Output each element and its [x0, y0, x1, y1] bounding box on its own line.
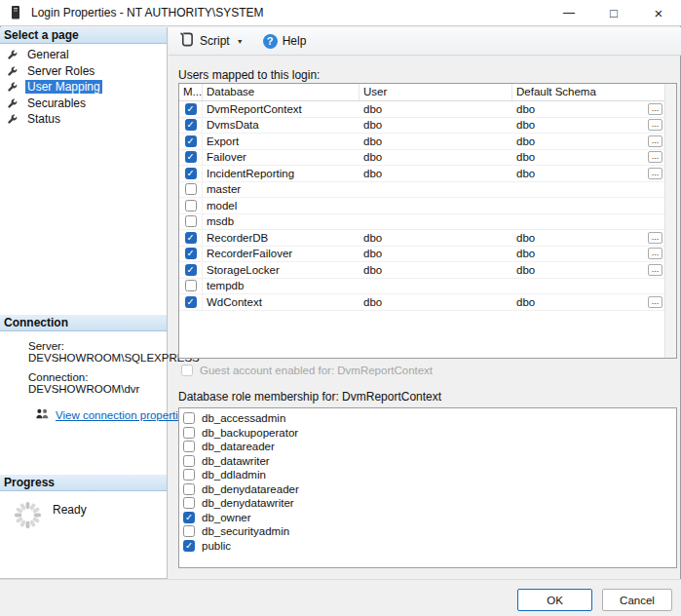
close-button[interactable]: ×: [636, 0, 681, 25]
schema-browse-button[interactable]: ...: [648, 232, 662, 244]
map-checkbox[interactable]: ✓: [185, 264, 197, 276]
database-cell: RecorderDB: [203, 230, 359, 246]
role-item-db_datawriter[interactable]: db_datawriter: [179, 454, 676, 469]
map-checkbox[interactable]: [185, 280, 197, 291]
connection-label: Connection:: [28, 371, 165, 383]
user-cell: [359, 198, 512, 213]
table-row[interactable]: ✓Exportdbodbo...: [179, 134, 676, 150]
schema-browse-button[interactable]: ...: [648, 135, 662, 147]
role-checkbox[interactable]: ✓: [183, 540, 195, 552]
map-checkbox[interactable]: ✓: [185, 232, 197, 244]
map-cell: ✓: [179, 294, 203, 310]
role-item-public[interactable]: ✓public: [179, 539, 676, 554]
role-checkbox[interactable]: ✓: [183, 512, 195, 523]
map-checkbox[interactable]: ✓: [185, 135, 197, 147]
role-membership-label: Database role membership for: DvmReportC…: [178, 390, 441, 404]
role-item-db_denydatawriter[interactable]: db_denydatawriter: [179, 496, 676, 511]
role-checkbox[interactable]: [183, 497, 195, 509]
table-row[interactable]: ✓DvmReportContextdbodbo...: [179, 101, 676, 118]
schema-browse-button[interactable]: ...: [648, 103, 662, 115]
table-row[interactable]: ✓RecorderFailoverdbodbo...: [179, 247, 676, 263]
map-checkbox[interactable]: [185, 200, 197, 212]
table-vertical-scrollbar[interactable]: [664, 84, 676, 358]
sidebar-item-user-mapping[interactable]: User Mapping: [0, 79, 167, 96]
schema-browse-button[interactable]: ...: [648, 264, 662, 276]
role-checkbox[interactable]: [183, 483, 195, 495]
window-title: Login Properties - NT AUTHORITY\SYSTEM: [31, 6, 264, 19]
left-panel: Select a page GeneralServer RolesUser Ma…: [0, 27, 168, 579]
database-cell: Failover: [203, 150, 359, 166]
role-name-label: db_owner: [202, 512, 251, 523]
role-checkbox[interactable]: [183, 469, 195, 481]
role-checkbox[interactable]: [183, 427, 195, 439]
schema-browse-button[interactable]: ...: [648, 119, 662, 131]
connection-people-icon: [35, 407, 49, 422]
server-label: Server:: [28, 340, 165, 352]
maximize-button[interactable]: □: [591, 0, 636, 25]
map-checkbox[interactable]: [185, 183, 197, 195]
wrench-icon: [7, 65, 19, 77]
role-item-db_denydatareader[interactable]: db_denydatareader: [179, 482, 676, 497]
default-schema-cell: dbo...: [512, 101, 676, 117]
role-name-label: db_denydatareader: [202, 483, 299, 495]
table-row[interactable]: ✓Failoverdbodbo...: [179, 150, 676, 167]
map-cell: ✓: [179, 101, 203, 117]
table-row[interactable]: model: [179, 198, 676, 214]
column-header: User: [359, 84, 512, 100]
sidebar-item-status[interactable]: Status: [0, 111, 167, 128]
table-row[interactable]: msdb: [179, 214, 676, 231]
role-checkbox[interactable]: [183, 525, 195, 537]
map-checkbox[interactable]: ✓: [185, 248, 197, 259]
role-checkbox[interactable]: [183, 455, 195, 467]
progress-header: Progress: [0, 475, 167, 491]
map-checkbox[interactable]: ✓: [185, 168, 197, 179]
script-button[interactable]: Script ▼: [175, 29, 247, 53]
schema-browse-button[interactable]: ...: [648, 296, 662, 308]
ok-button[interactable]: OK: [517, 589, 592, 611]
default-schema-cell: dbo...: [512, 150, 676, 166]
view-connection-properties-link[interactable]: View connection properties: [56, 409, 190, 421]
map-checkbox[interactable]: ✓: [185, 119, 197, 131]
default-schema-cell: dbo...: [512, 118, 676, 134]
table-row[interactable]: ✓StorageLockerdbodbo...: [179, 262, 676, 279]
database-cell: model: [203, 198, 359, 213]
table-row[interactable]: ✓IncidentReportingdbodbo...: [179, 166, 676, 182]
table-row[interactable]: ✓RecorderDBdbodbo...: [179, 230, 676, 247]
minimize-button[interactable]: —: [547, 0, 591, 25]
table-row[interactable]: tempdb: [179, 279, 676, 295]
sidebar-item-server-roles[interactable]: Server Roles: [0, 63, 167, 80]
role-item-db_backupoperator[interactable]: db_backupoperator: [179, 426, 676, 441]
script-button-label: Script: [200, 34, 230, 48]
role-checkbox[interactable]: [183, 412, 195, 424]
sidebar-item-general[interactable]: General: [0, 47, 167, 63]
role-item-db_owner[interactable]: ✓db_owner: [179, 511, 676, 525]
sidebar-item-securables[interactable]: Securables: [0, 96, 167, 112]
progress-spinner-icon: [13, 500, 43, 534]
table-row[interactable]: ✓DvmsDatadbodbo...: [179, 118, 676, 135]
database-cell: msdb: [203, 214, 359, 230]
map-checkbox[interactable]: ✓: [185, 151, 197, 163]
schema-browse-button[interactable]: ...: [648, 151, 662, 163]
database-cell: StorageLocker: [203, 262, 359, 278]
role-item-db_ddladmin[interactable]: db_ddladmin: [179, 468, 676, 482]
schema-browse-button[interactable]: ...: [648, 168, 662, 179]
map-checkbox[interactable]: ✓: [185, 103, 197, 115]
map-cell: [179, 279, 203, 294]
help-button[interactable]: ? Help: [259, 31, 311, 52]
role-checkbox[interactable]: [183, 441, 195, 452]
database-cell: RecorderFailover: [203, 247, 359, 262]
role-name-label: public: [202, 540, 231, 552]
role-name-label: db_securityadmin: [202, 525, 289, 537]
cancel-button[interactable]: Cancel: [602, 589, 672, 611]
table-row[interactable]: master: [179, 182, 676, 199]
map-cell: [179, 182, 203, 198]
map-cell: [179, 198, 203, 213]
map-checkbox[interactable]: ✓: [185, 296, 197, 308]
role-item-db_accessadmin[interactable]: db_accessadmin: [179, 411, 676, 426]
role-item-db_datareader[interactable]: db_datareader: [179, 440, 676, 454]
role-item-db_securityadmin[interactable]: db_securityadmin: [179, 524, 676, 539]
schema-browse-button[interactable]: ...: [648, 248, 662, 259]
sidebar-item-label: Status: [25, 112, 62, 126]
map-checkbox[interactable]: [185, 215, 197, 227]
table-row[interactable]: ✓WdContextdbodbo...: [179, 294, 676, 311]
